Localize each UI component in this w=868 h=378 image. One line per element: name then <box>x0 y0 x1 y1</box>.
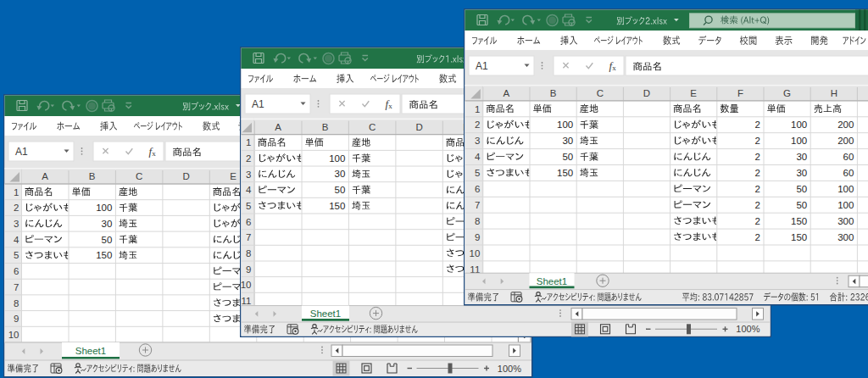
svg-text:200: 200 <box>837 120 854 130</box>
svg-text:2: 2 <box>14 203 19 213</box>
svg-text:8: 8 <box>14 297 19 308</box>
svg-text:60: 60 <box>843 152 854 162</box>
svg-text:B: B <box>321 122 328 132</box>
svg-text:100: 100 <box>557 120 573 130</box>
svg-text:2: 2 <box>755 120 760 130</box>
svg-text:10: 10 <box>8 329 19 339</box>
svg-text:7: 7 <box>246 232 251 242</box>
svg-text:D: D <box>182 170 189 181</box>
svg-text:11: 11 <box>241 296 251 306</box>
svg-text:150: 150 <box>557 167 573 177</box>
svg-text:Sheet1: Sheet1 <box>537 275 567 286</box>
svg-text:C: C <box>135 170 142 181</box>
svg-text:A: A <box>42 170 48 181</box>
svg-text:150: 150 <box>791 231 807 242</box>
svg-text:30: 30 <box>796 152 807 162</box>
svg-text:D: D <box>415 122 422 132</box>
svg-text:2: 2 <box>246 153 251 164</box>
svg-text:3: 3 <box>475 136 480 146</box>
svg-text:60: 60 <box>843 167 854 177</box>
svg-text:2: 2 <box>755 231 760 242</box>
svg-text:100%: 100% <box>497 363 520 373</box>
svg-text:30: 30 <box>796 167 807 177</box>
svg-text:6: 6 <box>246 217 251 227</box>
svg-text:2: 2 <box>475 120 480 130</box>
svg-text:B: B <box>550 87 557 97</box>
svg-text:8: 8 <box>475 215 480 225</box>
svg-text:C: C <box>368 122 375 132</box>
svg-text:50: 50 <box>101 234 112 244</box>
svg-text:E: E <box>230 170 236 181</box>
svg-text:100: 100 <box>791 136 807 146</box>
svg-text:E: E <box>690 87 697 97</box>
svg-text:3: 3 <box>246 170 251 180</box>
svg-text:100: 100 <box>791 120 807 130</box>
svg-text:H: H <box>831 87 837 97</box>
svg-text:30: 30 <box>101 218 112 228</box>
svg-text:6: 6 <box>14 266 19 276</box>
svg-text:9: 9 <box>475 231 480 242</box>
svg-text:4: 4 <box>14 234 19 244</box>
svg-text:2: 2 <box>755 215 760 225</box>
svg-text:2: 2 <box>755 199 760 209</box>
svg-text:C: C <box>597 87 604 97</box>
svg-text:7: 7 <box>475 199 480 209</box>
svg-text:6: 6 <box>475 184 480 194</box>
svg-text:F: F <box>737 87 743 97</box>
svg-text:A1: A1 <box>252 98 264 110</box>
svg-text:100%: 100% <box>736 324 760 334</box>
svg-text:A: A <box>504 87 510 97</box>
svg-text:100: 100 <box>96 203 112 213</box>
svg-text:30: 30 <box>334 169 345 179</box>
svg-text:7: 7 <box>14 281 19 292</box>
svg-text:5: 5 <box>475 168 480 178</box>
svg-text:5: 5 <box>246 201 251 211</box>
svg-text:30: 30 <box>562 136 573 146</box>
svg-text:8: 8 <box>246 248 251 258</box>
svg-text:200: 200 <box>837 136 854 146</box>
svg-text:300: 300 <box>837 215 854 225</box>
svg-text:3: 3 <box>14 219 19 229</box>
svg-text:300: 300 <box>837 231 854 242</box>
svg-text:50: 50 <box>334 185 345 195</box>
svg-text:G: G <box>783 87 791 97</box>
svg-text:Sheet1: Sheet1 <box>75 345 105 355</box>
svg-text:1: 1 <box>246 137 251 147</box>
svg-text:2: 2 <box>755 136 760 146</box>
svg-text:D: D <box>643 87 650 97</box>
svg-text:2: 2 <box>755 183 760 193</box>
svg-text:9: 9 <box>14 314 19 324</box>
svg-text:A1: A1 <box>15 146 28 158</box>
svg-text:9: 9 <box>246 264 251 275</box>
svg-text:150: 150 <box>791 215 807 225</box>
svg-text:100: 100 <box>329 153 345 164</box>
svg-text:B: B <box>88 170 95 181</box>
svg-text:100: 100 <box>837 199 854 209</box>
svg-text:10: 10 <box>470 247 481 258</box>
svg-text:10: 10 <box>240 280 251 290</box>
svg-text:50: 50 <box>796 183 807 193</box>
svg-text:150: 150 <box>329 201 345 211</box>
svg-text:A: A <box>275 122 281 132</box>
svg-text:50: 50 <box>796 199 807 209</box>
svg-text:4: 4 <box>246 185 252 195</box>
svg-text:Sheet1: Sheet1 <box>309 309 340 319</box>
svg-text:1: 1 <box>475 103 480 114</box>
svg-text:2: 2 <box>755 152 760 162</box>
svg-text:2: 2 <box>755 167 760 177</box>
svg-text:5: 5 <box>14 250 19 260</box>
svg-text:100: 100 <box>837 183 854 193</box>
svg-text:A1: A1 <box>476 60 488 72</box>
svg-text:50: 50 <box>562 152 573 162</box>
svg-text:4: 4 <box>475 152 481 162</box>
svg-text:1: 1 <box>14 186 19 197</box>
svg-text:150: 150 <box>96 250 112 260</box>
